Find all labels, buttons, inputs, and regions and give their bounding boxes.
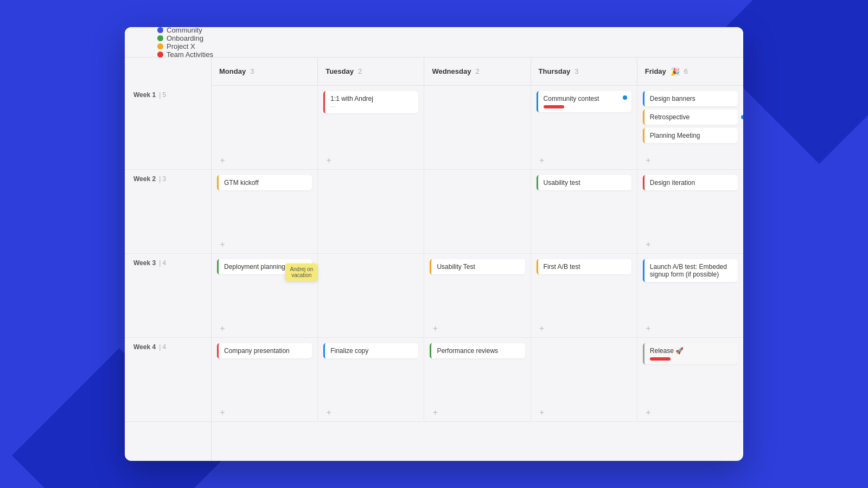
week-label-row: Week 1| 5 xyxy=(125,86,211,170)
card[interactable]: Design banners xyxy=(643,91,738,106)
card-title: GTM kickoff xyxy=(224,179,307,187)
card[interactable]: Planning Meeting xyxy=(643,128,738,143)
day-cell: Performance reviews+ xyxy=(424,338,531,421)
week-count: | 3 xyxy=(159,170,166,183)
day-headers: Monday3Tuesday2Wednesday2Thursday3Friday… xyxy=(212,57,743,86)
day-cell: Company presentation+ xyxy=(212,338,318,421)
card[interactable]: Deployment planningAndrej onvacation xyxy=(217,259,312,274)
add-card-button[interactable]: + xyxy=(217,323,228,334)
legend: CommunityOnboardingProject XTeam Activit… xyxy=(157,27,213,59)
card-title: First A/B test xyxy=(544,263,626,271)
card[interactable]: First A/B test xyxy=(537,259,631,274)
day-count: 6 xyxy=(684,67,688,75)
legend-dot xyxy=(157,27,163,33)
card[interactable]: Design iteration xyxy=(643,175,738,190)
day-cell xyxy=(424,86,531,169)
card[interactable]: GTM kickoff xyxy=(217,175,312,190)
day-cell: Usability Test+ xyxy=(424,254,531,337)
legend-label: Onboarding xyxy=(167,34,203,42)
day-cell xyxy=(424,170,531,253)
day-cell: Community contest+ xyxy=(531,86,637,169)
card-title: Design banners xyxy=(650,95,732,102)
add-card-button[interactable]: + xyxy=(217,239,228,250)
legend-dot xyxy=(157,52,163,57)
week-label: Week 4 xyxy=(133,338,156,351)
card-title: 1:1 with Andrej xyxy=(330,95,413,102)
day-count: 3 xyxy=(250,67,254,75)
card[interactable]: Retrospective xyxy=(643,110,738,125)
card[interactable]: Performance reviews xyxy=(430,343,525,358)
day-cell xyxy=(318,170,424,253)
day-cell: First A/B test+ xyxy=(531,254,637,337)
day-cell: Launch A/B test: Embeded signup form (if… xyxy=(637,254,743,337)
week-row: Deployment planningAndrej onvacation+Usa… xyxy=(212,254,743,338)
card[interactable]: Community contest xyxy=(537,91,631,112)
day-header-thursday: Thursday3 xyxy=(531,57,637,85)
legend-item-project-x[interactable]: Project X xyxy=(157,42,213,50)
card[interactable]: Release 🚀 xyxy=(643,343,738,364)
card[interactable]: Finalize copy xyxy=(323,343,418,358)
week-count: | 4 xyxy=(159,254,166,267)
day-cell: Design iteration+ xyxy=(637,170,743,253)
card[interactable]: Usability test xyxy=(537,175,631,190)
day-header-friday: Friday🎉6 xyxy=(637,57,743,85)
add-card-button[interactable]: + xyxy=(430,323,441,334)
calendar: Week 1| 5Week 2| 3Week 3| 4Week 4| 4 Mon… xyxy=(125,57,743,461)
weeks-rows: +1:1 with Andrej···+Community contest+De… xyxy=(212,86,743,461)
day-count: 3 xyxy=(575,67,578,75)
card-bar xyxy=(650,357,671,361)
card[interactable]: Launch A/B test: Embeded signup form (if… xyxy=(643,259,738,282)
day-name: Monday xyxy=(219,67,246,75)
card-title: Performance reviews xyxy=(437,347,519,355)
add-card-button[interactable]: + xyxy=(323,407,334,418)
day-emoji: 🎉 xyxy=(671,67,680,76)
card-title: Usability Test xyxy=(437,263,519,271)
week-label-row: Week 2| 3 xyxy=(125,170,211,254)
day-cell: Usability test xyxy=(531,170,637,253)
week-row: GTM kickoff+Usability testDesign iterati… xyxy=(212,170,743,254)
add-card-button[interactable]: + xyxy=(537,323,547,334)
week-row: +1:1 with Andrej···+Community contest+De… xyxy=(212,86,743,170)
week-count: | 4 xyxy=(159,338,166,351)
week-label: Week 2 xyxy=(133,170,156,183)
card-sub: ··· xyxy=(330,104,413,110)
legend-dot xyxy=(157,35,163,41)
week-label-row: Week 4| 4 xyxy=(125,338,211,422)
add-card-button[interactable]: + xyxy=(323,155,334,166)
legend-item-onboarding[interactable]: Onboarding xyxy=(157,34,213,42)
add-card-button[interactable]: + xyxy=(643,155,654,166)
day-name: Friday xyxy=(645,67,666,75)
day-header-tuesday: Tuesday2 xyxy=(318,57,424,85)
card-title: Retrospective xyxy=(650,113,732,121)
add-card-button[interactable]: + xyxy=(643,407,654,418)
day-cell: Deployment planningAndrej onvacation+ xyxy=(212,254,318,337)
day-name: Wednesday xyxy=(432,67,471,75)
card-title: Release 🚀 xyxy=(650,347,732,355)
add-card-button[interactable]: + xyxy=(643,323,654,334)
card[interactable]: Company presentation xyxy=(217,343,312,358)
card-dot xyxy=(623,95,627,100)
card-title: Usability test xyxy=(544,179,626,187)
week-labels: Week 1| 5Week 2| 3Week 3| 4Week 4| 4 xyxy=(125,57,212,461)
card[interactable]: Usability Test xyxy=(430,259,525,274)
week-count: | 5 xyxy=(159,86,166,99)
add-card-button[interactable]: + xyxy=(643,239,654,250)
day-cell: Finalize copy+ xyxy=(318,338,424,421)
card[interactable]: 1:1 with Andrej··· xyxy=(323,91,418,113)
add-card-button[interactable]: + xyxy=(430,407,441,418)
app-window: CommunityOnboardingProject XTeam Activit… xyxy=(125,27,743,461)
add-card-button[interactable]: + xyxy=(537,155,547,166)
day-cell: Release 🚀+ xyxy=(637,338,743,421)
legend-item-community[interactable]: Community xyxy=(157,27,213,34)
day-cell: 1:1 with Andrej···+ xyxy=(318,86,424,169)
card-title: Planning Meeting xyxy=(650,132,732,139)
card-title: Finalize copy xyxy=(330,347,413,355)
card-title: Launch A/B test: Embeded signup form (if… xyxy=(650,263,732,278)
add-card-button[interactable]: + xyxy=(217,155,228,166)
card-tooltip: Andrej onvacation xyxy=(285,264,317,281)
add-card-button[interactable]: + xyxy=(537,407,547,418)
day-count: 2 xyxy=(475,67,479,75)
week-row: Company presentation+Finalize copy+Perfo… xyxy=(212,338,743,422)
day-cell: Design bannersRetrospectivePlanning Meet… xyxy=(637,86,743,169)
add-card-button[interactable]: + xyxy=(217,407,228,418)
